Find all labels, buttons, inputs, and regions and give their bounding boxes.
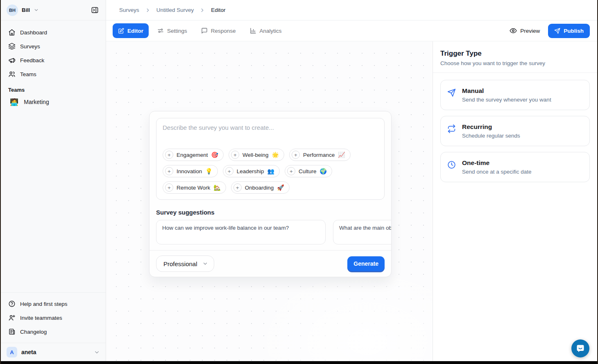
sidebar-nav: Dashboard Surveys Feedback [1,20,106,81]
topic-chip-engagement[interactable]: + Engagement 🎯 [163,149,224,161]
sidebar: BH Bill Dashboard [1,0,106,361]
tab-settings[interactable]: Settings [152,23,193,38]
globe-emoji-icon: 🌍 [320,168,327,174]
send-icon [447,88,456,103]
edit-icon [118,28,124,34]
tab-label: Editor [127,28,143,34]
tab-label: Analytics [260,28,282,34]
sliders-icon [157,27,164,34]
chip-label: Innovation [177,168,202,174]
sidebar-item-surveys[interactable]: Surveys [4,39,102,53]
topic-chip-wellbeing[interactable]: + Well-being 🌟 [229,149,284,161]
tone-selected-value: Professional [163,260,197,267]
breadcrumb-editor: Editor [211,7,225,13]
tone-select[interactable]: Professional [156,255,214,272]
trigger-type-panel: Trigger Type Choose how you want to trig… [433,41,597,361]
topic-chip-culture[interactable]: + Culture 🌍 [285,165,332,177]
plus-icon: + [233,183,242,192]
sidebar-item-label: Help and first steps [20,301,68,307]
topic-chip-onboarding[interactable]: + Onboarding 🚀 [231,181,290,194]
sidebar-team-marketing[interactable]: 🧑‍💻 Marketing [4,95,102,109]
bar-chart-icon [250,27,256,34]
topic-chip-innovation[interactable]: + Innovation 💡 [163,165,218,177]
panel-subtitle: Choose how you want to trigger the surve… [440,60,590,66]
topic-chip-performance[interactable]: + Performance 📈 [289,149,351,161]
chevron-down-icon [202,261,208,267]
plus-icon: + [231,151,239,159]
publish-button[interactable]: Publish [548,24,590,38]
chevron-down-icon [34,7,39,13]
suggestions-row: How can we improve work-life balance in … [150,220,391,244]
editor-toolbar: Editor Settings Response [106,20,597,41]
sidebar-item-help[interactable]: Help and first steps [4,297,102,311]
chat-launcher-button[interactable] [571,339,589,357]
chevron-right-icon [199,7,205,13]
house-emoji-icon: 🏡 [213,184,220,191]
workspace-switcher[interactable]: BH Bill [1,0,106,20]
chart-emoji-icon: 📈 [338,151,345,158]
sidebar-item-label: Dashboard [20,29,47,36]
composer-footer: Professional Generate [150,250,391,277]
suggestion-card[interactable]: What are the main ob [333,220,391,244]
generate-button[interactable]: Generate [347,256,385,271]
plus-icon: + [165,151,173,159]
sidebar-item-label: Changelog [20,329,47,335]
message-icon [201,27,208,34]
publish-label: Publish [564,28,584,34]
sidebar-item-teams[interactable]: Teams [4,67,102,81]
rocket-emoji-icon: 🚀 [277,184,284,191]
chip-label: Onboarding [245,185,274,191]
trigger-title: Recurring [462,123,520,131]
chip-label: Well-being [242,152,269,158]
tab-label: Settings [167,28,187,34]
trigger-description: Schedule regular sends [462,133,520,139]
plus-icon: + [165,183,173,192]
trigger-option-one-time[interactable]: One-time Send once at a specific date [440,152,590,182]
chat-bubble-icon [575,344,585,353]
trigger-options: Manual Send the survey whenever you want… [433,73,597,189]
user-menu[interactable]: A aneta [1,343,106,361]
breadcrumb-surveys[interactable]: Surveys [119,7,139,13]
plus-icon: + [165,167,173,175]
sidebar-item-changelog[interactable]: Changelog [4,325,102,339]
survey-description-input[interactable] [163,124,378,149]
busts-emoji-icon: 👥 [267,168,274,174]
workspace-avatar: BH [7,5,18,16]
prompt-box: + Engagement 🎯 + Well-being 🌟 [156,118,385,200]
tab-editor[interactable]: Editor [113,23,149,38]
chip-label: Leadership [237,168,264,174]
sidebar-item-invite[interactable]: Invite teammates [4,311,102,325]
trigger-option-recurring[interactable]: Recurring Schedule regular sends [440,116,590,146]
workspace-name: Bill [22,7,30,13]
preview-button[interactable]: Preview [510,27,540,34]
plus-icon: + [225,167,233,175]
bulb-emoji-icon: 💡 [205,168,212,174]
panel-collapse-icon [91,6,99,14]
plus-icon: + [292,151,300,159]
breadcrumb-untitled-survey[interactable]: Untitled Survey [156,7,194,13]
tab-response[interactable]: Response [196,23,241,38]
collapse-sidebar-button[interactable] [88,4,101,16]
sidebar-item-label: Surveys [20,43,40,50]
team-name: Marketing [24,99,49,105]
topic-chip-leadership[interactable]: + Leadership 👥 [223,165,280,177]
app-window: BH Bill Dashboard [0,0,598,364]
sidebar-item-dashboard[interactable]: Dashboard [4,25,102,39]
trigger-title: One-time [462,159,532,167]
sidebar-footer-nav: Help and first steps Invite teammates Ch… [1,292,106,343]
trigger-option-manual[interactable]: Manual Send the survey whenever you want [440,80,590,110]
topic-chip-remote-work[interactable]: + Remote Work 🏡 [163,181,226,194]
editor-canvas[interactable]: + Engagement 🎯 + Well-being 🌟 [106,41,433,361]
chevron-right-icon [145,7,151,13]
changelog-icon [8,328,16,335]
suggestion-card[interactable]: How can we improve work-life balance in … [156,220,326,244]
sidebar-item-feedback[interactable]: Feedback [4,53,102,67]
help-circle-icon [8,300,16,307]
chip-label: Remote Work [177,185,210,191]
tab-analytics[interactable]: Analytics [245,23,287,38]
panel-header: Trigger Type Choose how you want to trig… [433,41,597,73]
chevron-down-icon [94,349,100,355]
survey-suggestions: Survey suggestions How can we improve wo… [150,206,391,244]
sidebar-item-label: Invite teammates [20,315,62,321]
user-avatar: A [7,347,17,357]
